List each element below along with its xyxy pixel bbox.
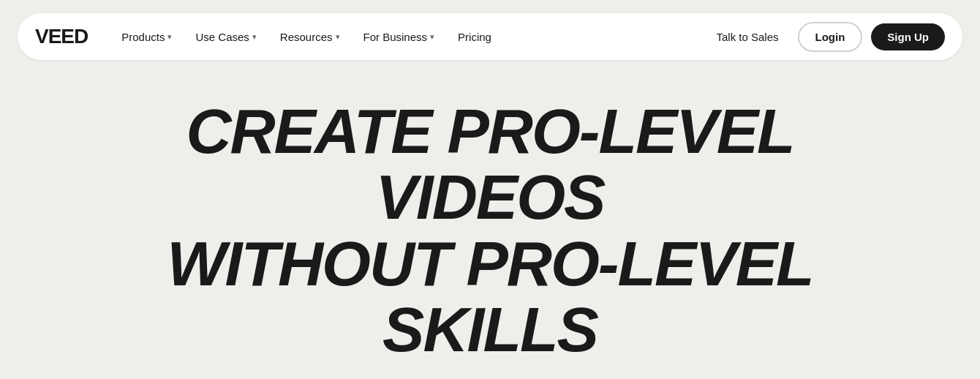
- hero-title: CREATE PRO-LEVEL VIDEOS WITHOUT PRO-LEVE…: [88, 98, 892, 362]
- nav-links: Products ▾ Use Cases ▾ Resources ▾ For B…: [111, 25, 502, 49]
- hero-title-line2: WITHOUT PRO-LEVEL SKILLS: [167, 228, 813, 364]
- login-button[interactable]: Login: [798, 22, 863, 52]
- nav-item-resources[interactable]: Resources ▾: [270, 25, 350, 49]
- nav-label-use-cases: Use Cases: [195, 31, 249, 43]
- chevron-down-icon: ▾: [430, 32, 434, 42]
- logo[interactable]: VEED: [35, 25, 88, 48]
- hero-title-line1: CREATE PRO-LEVEL VIDEOS: [186, 96, 794, 232]
- chevron-down-icon: ▾: [167, 32, 172, 42]
- hero-section: CREATE PRO-LEVEL VIDEOS WITHOUT PRO-LEVE…: [0, 60, 980, 379]
- nav-item-for-business[interactable]: For Business ▾: [353, 25, 445, 49]
- navbar-right: Talk to Sales Login Sign Up: [706, 22, 945, 52]
- navbar: VEED Products ▾ Use Cases ▾ Resources ▾ …: [18, 13, 962, 60]
- chevron-down-icon: ▾: [252, 32, 257, 42]
- nav-label-products: Products: [121, 31, 165, 43]
- signup-button[interactable]: Sign Up: [871, 23, 945, 50]
- nav-item-pricing[interactable]: Pricing: [448, 25, 502, 49]
- chevron-down-icon: ▾: [336, 32, 340, 42]
- navbar-left: VEED Products ▾ Use Cases ▾ Resources ▾ …: [35, 25, 502, 49]
- nav-item-products[interactable]: Products ▾: [111, 25, 182, 49]
- nav-label-for-business: For Business: [363, 31, 428, 43]
- nav-label-resources: Resources: [280, 31, 333, 43]
- talk-to-sales-link[interactable]: Talk to Sales: [706, 25, 788, 49]
- nav-item-use-cases[interactable]: Use Cases ▾: [185, 25, 266, 49]
- nav-label-pricing: Pricing: [458, 31, 491, 43]
